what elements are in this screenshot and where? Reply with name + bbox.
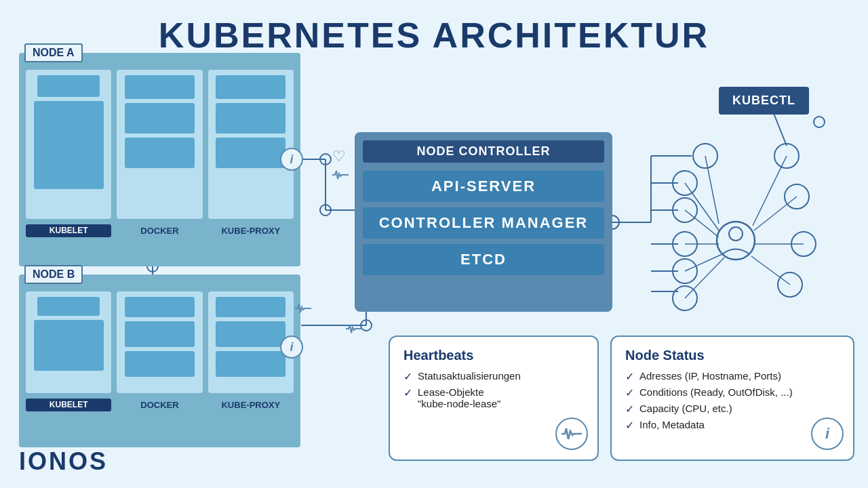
heartbeats-box: Heartbeats ✓ Statusaktualisierungen ✓ Le… xyxy=(389,336,599,461)
svg-point-23 xyxy=(673,171,697,195)
heartbeat-icon-a2 xyxy=(332,168,349,186)
svg-point-4 xyxy=(320,205,331,216)
pod-block xyxy=(125,297,195,317)
svg-point-27 xyxy=(673,286,697,310)
checkmark-3: ✓ xyxy=(625,370,634,383)
kubelet-label-a: KUBELET xyxy=(26,224,111,237)
pod-block xyxy=(34,101,104,189)
svg-point-24 xyxy=(673,198,697,222)
pod-block xyxy=(37,297,99,316)
kubectl-box: KUBECTL xyxy=(719,87,809,115)
node-a-label: NODE A xyxy=(24,43,83,62)
pod-b-column-1 xyxy=(26,291,111,393)
kube-proxy-label-b: KUBE-PROXY xyxy=(208,399,294,411)
node-a-pods xyxy=(26,70,294,219)
heartbeat-box-icon xyxy=(555,418,588,450)
docker-label-b: DOCKER xyxy=(117,399,202,411)
heartbeat-icon-b1 xyxy=(295,302,311,319)
api-server-button[interactable]: API-SERVER xyxy=(363,171,604,202)
checkmark-6: ✓ xyxy=(625,419,634,432)
heartbeats-item-1: ✓ Statusaktualisierungen xyxy=(403,370,584,383)
svg-line-43 xyxy=(751,256,790,285)
pod-b-column-2 xyxy=(117,291,202,393)
pod-block xyxy=(216,351,285,377)
svg-point-11 xyxy=(361,320,372,331)
svg-point-38 xyxy=(791,232,816,256)
pod-block xyxy=(216,297,285,317)
pod-block xyxy=(125,103,195,134)
heartbeat-icon-a1: ♡ xyxy=(332,148,346,165)
node-b-container: NODE B KUBELET DOCKER KUBE-PROXY xyxy=(19,274,300,447)
node-status-item-3: ✓ Capacity (CPU, etc.) xyxy=(625,403,840,415)
svg-point-25 xyxy=(673,232,697,256)
node-a-container: NODE A KUBELET DOCKER KUBE-PROXY xyxy=(19,53,300,266)
info-circle-node-b: i xyxy=(280,336,303,359)
node-b-pods xyxy=(26,291,294,393)
pod-column-1 xyxy=(26,70,111,219)
page-title: KUBERNETES ARCHITEKTUR xyxy=(0,0,868,56)
svg-line-34 xyxy=(685,254,722,271)
kubelet-label-b: KUBELET xyxy=(26,399,111,411)
pod-block xyxy=(125,75,195,99)
svg-line-31 xyxy=(685,183,719,230)
checkmark-4: ✓ xyxy=(625,386,634,399)
pod-block xyxy=(216,75,285,99)
docker-label-a: DOCKER xyxy=(117,224,202,237)
info-circle-node-a: i xyxy=(280,148,303,171)
svg-point-45 xyxy=(814,117,825,127)
svg-line-32 xyxy=(685,210,719,237)
checkmark-2: ✓ xyxy=(403,386,412,399)
control-plane: NODE CONTROLLER API-SERVER CONTROLLER MA… xyxy=(355,132,612,312)
ionos-logo: IONOS xyxy=(19,447,108,476)
controller-manager-button[interactable]: CONTROLLER MANAGER xyxy=(363,207,604,239)
svg-point-22 xyxy=(693,144,717,168)
svg-line-44 xyxy=(773,112,787,146)
pod-block xyxy=(125,138,195,168)
svg-point-28 xyxy=(717,222,755,260)
svg-line-30 xyxy=(705,156,719,224)
pod-block xyxy=(125,351,195,377)
node-b-bottom-labels: KUBELET DOCKER KUBE-PROXY xyxy=(26,399,294,411)
pod-column-3 xyxy=(208,70,294,219)
checkmark-1: ✓ xyxy=(403,370,412,383)
svg-point-39 xyxy=(778,272,802,297)
svg-line-40 xyxy=(753,156,787,226)
node-status-title: Node Status xyxy=(625,348,840,363)
pod-block xyxy=(37,75,99,97)
svg-line-41 xyxy=(754,197,797,230)
kube-proxy-label-a: KUBE-PROXY xyxy=(208,224,294,237)
heartbeats-item-2: ✓ Lease-Objekte"kube-node-lease" xyxy=(403,386,584,409)
heartbeat-icon-b2 xyxy=(346,322,362,339)
node-a-bottom-labels: KUBELET DOCKER KUBE-PROXY xyxy=(26,224,294,237)
svg-point-36 xyxy=(774,144,799,168)
pod-block xyxy=(216,103,285,134)
checkmark-5: ✓ xyxy=(625,403,634,415)
etcd-button[interactable]: ETCD xyxy=(363,244,604,275)
svg-line-35 xyxy=(685,258,724,298)
node-status-item-4: ✓ Info, Metadata xyxy=(625,419,840,432)
pod-block xyxy=(216,138,285,168)
heartbeats-title: Heartbeats xyxy=(403,348,584,363)
pod-block xyxy=(216,321,285,347)
info-icon-circle: i xyxy=(811,418,844,450)
node-b-label: NODE B xyxy=(24,265,83,284)
pod-block xyxy=(125,321,195,347)
svg-point-37 xyxy=(785,184,809,209)
svg-point-3 xyxy=(320,154,331,165)
pod-block xyxy=(34,320,104,371)
control-plane-title: NODE CONTROLLER xyxy=(363,140,604,163)
node-status-item-1: ✓ Adresses (IP, Hostname, Ports) xyxy=(625,370,840,383)
svg-point-26 xyxy=(673,259,697,283)
node-status-box: Node Status ✓ Adresses (IP, Hostname, Po… xyxy=(610,336,854,461)
pod-column-2 xyxy=(117,70,202,219)
svg-point-29 xyxy=(729,227,743,241)
node-status-item-2: ✓ Conditions (Ready, OutOfDisk, ...) xyxy=(625,386,840,399)
